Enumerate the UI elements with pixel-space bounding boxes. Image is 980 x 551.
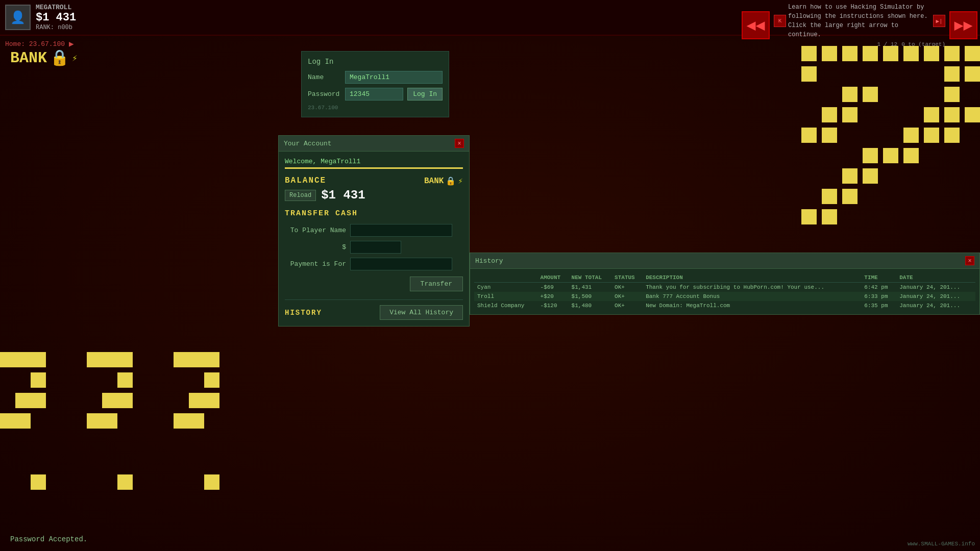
player-money: $1 431 [36, 11, 76, 24]
svg-rect-48 [117, 393, 133, 408]
history-cell-total: $1,500 [569, 292, 612, 301]
svg-rect-35 [15, 352, 31, 367]
player-info: MEGATROLL $1 431 RANK: n00b [36, 4, 76, 31]
transfer-payment-row: Payment is For [285, 258, 463, 270]
login-name-label: Name [308, 73, 341, 81]
avatar: 👤 [5, 5, 31, 30]
svg-rect-8 [965, 46, 980, 61]
pixel-art-svg-tr [786, 46, 980, 265]
account-close-button[interactable]: × [455, 139, 464, 148]
login-name-row: Name [308, 71, 443, 84]
svg-rect-6 [924, 46, 939, 61]
svg-rect-4 [883, 46, 898, 61]
bank-logo-account: BANK 🔒 ⚡ [424, 176, 463, 186]
svg-rect-26 [883, 148, 898, 163]
transfer-amount-row: $ [285, 241, 463, 254]
transfer-section: TRANSFER CASH To Player Name $ Payment i… [285, 209, 463, 291]
history-table: AMOUNT NEW TOTAL STATUS DESCRIPTION TIME… [474, 273, 975, 310]
nav-next-button[interactable]: ▶▶ [949, 11, 977, 39]
svg-rect-7 [944, 46, 960, 61]
lightning-icon: ⚡ [72, 53, 78, 64]
svg-rect-39 [31, 393, 46, 408]
svg-rect-1 [822, 46, 837, 61]
login-password-row: Password Log In [308, 88, 443, 101]
svg-rect-23 [924, 128, 939, 143]
svg-rect-52 [174, 352, 189, 367]
nav-last-button[interactable]: ▶| [933, 15, 945, 27]
history-cell-desc: Thank you for subscribing to HubPorn.com… [643, 283, 861, 292]
table-row: Shield Company -$120 $1,480 OK+ New Doma… [474, 301, 975, 310]
svg-rect-0 [801, 46, 817, 61]
view-all-history-button[interactable]: View All History [380, 305, 463, 320]
svg-rect-45 [117, 352, 133, 367]
history-cell-date: January 24, 201... [896, 283, 975, 292]
transfer-player-row: To Player Name [285, 224, 463, 237]
password-accepted: Password Accepted. [10, 535, 87, 543]
svg-rect-3 [863, 46, 878, 61]
svg-rect-32 [801, 209, 817, 224]
svg-rect-18 [944, 107, 960, 122]
welcome-text: Welcome, MegaTroll1 [285, 158, 463, 165]
svg-rect-31 [842, 189, 857, 204]
login-password-label: Password [308, 90, 341, 98]
transfer-title: TRANSFER CASH [285, 209, 463, 218]
svg-rect-16 [842, 107, 857, 122]
svg-rect-17 [924, 107, 939, 122]
tutorial-text: Learn how to use Hacking Simulator by fo… [788, 3, 931, 39]
svg-rect-37 [31, 372, 46, 388]
reload-button[interactable]: Reload [285, 190, 316, 201]
nav-first-button[interactable]: K [774, 15, 786, 27]
svg-rect-38 [15, 393, 31, 408]
history-col-amount: AMOUNT [537, 273, 569, 283]
player-rank: RANK: n00b [36, 24, 76, 31]
payment-input[interactable] [350, 258, 452, 270]
table-row: Troll +$20 $1,500 OK+ Bank 777 Account B… [474, 292, 975, 301]
dollar-label: $ [285, 243, 346, 251]
payment-label: Payment is For [285, 260, 346, 268]
history-col-status: STATUS [611, 273, 643, 283]
history-cell-desc: Bank 777 Account Bonus [643, 292, 861, 301]
history-col-from [474, 273, 537, 283]
svg-rect-40 [0, 413, 15, 429]
balance-section: BALANCE Reload $1 431 BANK 🔒 ⚡ [285, 176, 463, 202]
history-cell-time: 6:33 pm [861, 292, 896, 301]
bank-lock-icon: 🔒 [446, 176, 456, 186]
history-cell-date: January 24, 201... [896, 301, 975, 310]
svg-rect-10 [944, 66, 960, 82]
history-body: AMOUNT NEW TOTAL STATUS DESCRIPTION TIME… [470, 269, 979, 314]
bank-lightning-icon: ⚡ [458, 176, 463, 186]
to-player-input[interactable] [350, 224, 452, 237]
svg-rect-60 [204, 474, 219, 490]
login-password-input[interactable] [345, 88, 403, 101]
bank-text: BANK [10, 49, 47, 67]
pixel-art-topright [786, 46, 980, 265]
login-ip: 23.67.100 [308, 105, 443, 111]
balance-label: BALANCE [285, 176, 365, 185]
nav-prev-button[interactable]: ◀◀ [742, 11, 770, 39]
history-col-date: DATE [896, 273, 975, 283]
svg-rect-46 [117, 372, 133, 388]
history-cell-status: OK+ [611, 283, 643, 292]
amount-input[interactable] [350, 241, 401, 254]
history-cell-amount: +$20 [537, 292, 569, 301]
history-col-total: NEW TOTAL [569, 273, 612, 283]
history-section-label: HISTORY [285, 309, 322, 317]
svg-rect-36 [31, 352, 46, 367]
lock-icon: 🔒 [50, 48, 69, 67]
login-button[interactable]: Log In [407, 88, 443, 101]
balance-row: Reload $1 431 [285, 188, 365, 202]
login-name-input[interactable] [345, 71, 443, 84]
history-cell-from: Cyan [474, 283, 537, 292]
transfer-button[interactable]: Transfer [410, 277, 463, 291]
history-window-title: History [475, 257, 503, 265]
account-window-body: Welcome, MegaTroll1 BALANCE Reload $1 43… [279, 152, 469, 326]
account-window-title: Your Account [284, 140, 332, 147]
svg-rect-59 [189, 413, 204, 429]
www-label: www.SMALL-GAMES.info [908, 541, 975, 547]
history-cell-status: OK+ [611, 292, 643, 301]
svg-rect-24 [944, 128, 960, 143]
home-ip: Home: 23.67.100 [5, 40, 65, 48]
svg-rect-41 [15, 413, 31, 429]
bank-logo-topleft: BANK 🔒 ⚡ [10, 48, 78, 67]
svg-rect-54 [204, 352, 219, 367]
